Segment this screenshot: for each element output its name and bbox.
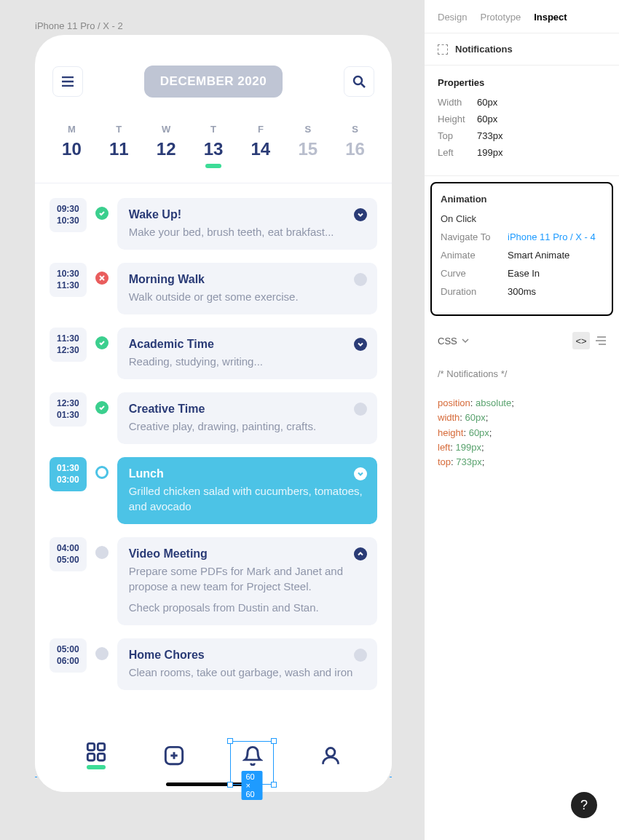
animation-row[interactable]: AnimateSmart Animate (441, 250, 603, 261)
tab-prototype[interactable]: Prototype (480, 12, 521, 23)
time-end: 01:30 (57, 410, 79, 421)
event-desc: Prepare some PDFs for Mark and Janet and… (129, 563, 366, 615)
selection-handle-ne[interactable] (271, 738, 277, 744)
tab-add[interactable] (152, 734, 196, 777)
event-card[interactable]: LunchGrilled chicken salad with cucumber… (117, 457, 377, 524)
css-value: 60px (469, 427, 489, 438)
selection-row[interactable]: Notifications (425, 33, 619, 66)
day-number: 12 (143, 139, 190, 159)
css-value: absolute (476, 397, 511, 408)
selection-box[interactable]: 60 × 60 (230, 741, 274, 785)
animation-row[interactable]: Navigate ToiPhone 11 Pro / X - 4 (441, 231, 603, 242)
property-value: 733px (477, 130, 502, 141)
css-line[interactable]: top: 733px; (438, 455, 606, 469)
list-icon[interactable] (594, 336, 606, 346)
css-code-block[interactable]: /* Notifications */ position: absolute;w… (425, 360, 619, 477)
tab-design[interactable]: Design (438, 12, 467, 23)
property-row[interactable]: Width60px (438, 97, 606, 108)
day-column[interactable]: S16 (331, 124, 379, 168)
svg-rect-8 (98, 753, 104, 760)
help-button[interactable]: ? (571, 792, 597, 818)
event-card[interactable]: Home ChoresClean rooms, take out garbage… (117, 638, 377, 690)
properties-section: Properties Width60pxHeight60pxTop733pxLe… (425, 66, 619, 176)
css-line[interactable]: width: 60px; (438, 411, 606, 425)
frame-label[interactable]: iPhone 11 Pro / X - 2 (35, 20, 123, 31)
animation-label: Animate (441, 250, 508, 261)
tab-dashboard[interactable] (74, 734, 118, 777)
day-column[interactable]: W12 (143, 124, 190, 168)
time-end: 06:00 (57, 656, 79, 667)
animation-value: Smart Animate (508, 250, 569, 261)
event-row: 11:3012:30Academic TimeReading, studying… (50, 328, 377, 379)
event-card[interactable]: Creative TimeCreative play, drawing, pai… (117, 392, 377, 444)
status-dot (95, 207, 109, 220)
time-start: 01:30 (57, 463, 79, 475)
event-card[interactable]: Morning WalkWalk outside or get some exe… (117, 263, 377, 314)
day-number: 11 (95, 139, 143, 159)
selection-name: Notifications (455, 44, 513, 55)
selection-size-badge: 60 × 60 (242, 771, 263, 800)
event-card[interactable]: Video MeetingPrepare some PDFs for Mark … (117, 537, 377, 625)
time-chip[interactable]: 11:3012:30 (50, 328, 87, 362)
animation-value[interactable]: iPhone 11 Pro / X - 4 (508, 231, 596, 242)
search-icon (352, 75, 366, 88)
animation-trigger-value: On Click (441, 213, 476, 224)
time-chip[interactable]: 05:0006:00 (50, 638, 87, 673)
day-number: 13 (190, 139, 237, 159)
css-line[interactable]: height: 60px; (438, 426, 606, 440)
time-start: 10:30 (57, 269, 79, 280)
expand-toggle[interactable] (354, 403, 367, 416)
day-column[interactable]: S15 (284, 124, 331, 168)
time-chip[interactable]: 09:3010:30 (50, 198, 87, 232)
event-card[interactable]: Wake Up!Make your bed, brush teeth, eat … (117, 198, 377, 250)
expand-toggle[interactable] (354, 467, 367, 480)
animation-row[interactable]: Duration300ms (441, 286, 603, 297)
menu-button[interactable] (52, 66, 83, 97)
event-card[interactable]: Academic TimeReading, studying, writing.… (117, 328, 377, 379)
day-column[interactable]: F14 (237, 124, 284, 168)
selection-handle-se[interactable] (271, 782, 277, 788)
day-column[interactable]: M10 (48, 124, 95, 168)
css-value: 199px (456, 442, 481, 453)
time-chip[interactable]: 12:3001:30 (50, 392, 87, 427)
animation-label: Navigate To (441, 231, 508, 242)
event-title: Morning Walk (129, 273, 366, 286)
time-chip[interactable]: 04:0005:00 (50, 537, 87, 571)
tab-profile[interactable] (309, 734, 352, 777)
phone-frame[interactable]: DECEMBER 2020 M10T11W12T13F14S15S16 09:3… (35, 35, 392, 792)
css-comment: /* Notifications */ (438, 367, 606, 381)
css-line[interactable]: position: absolute; (438, 396, 606, 411)
expand-toggle[interactable] (354, 273, 367, 286)
month-pill[interactable]: DECEMBER 2020 (144, 66, 283, 98)
time-chip[interactable]: 10:3011:30 (50, 263, 87, 297)
selection-handle-sw[interactable] (227, 782, 233, 788)
tab-inspect[interactable]: Inspect (534, 12, 567, 23)
event-title: Lunch (129, 467, 366, 480)
expand-toggle[interactable] (354, 208, 367, 221)
svg-point-3 (354, 76, 362, 84)
expand-toggle[interactable] (354, 547, 367, 560)
time-chip[interactable]: 01:3003:00 (50, 457, 87, 491)
event-row: 12:3001:30Creative TimeCreative play, dr… (50, 392, 377, 444)
selection-handle-nw[interactable] (227, 738, 233, 744)
day-column[interactable]: T13 (190, 124, 237, 168)
property-row[interactable]: Height60px (438, 114, 606, 124)
property-row[interactable]: Left199px (438, 147, 606, 158)
canvas[interactable]: iPhone 11 Pro / X - 2 DECEMBER 2020 M10T… (0, 0, 424, 840)
code-view-toggle[interactable]: <> (572, 332, 590, 349)
expand-toggle[interactable] (354, 649, 367, 662)
property-row[interactable]: Top733px (438, 130, 606, 141)
css-line[interactable]: left: 199px; (438, 440, 606, 455)
animation-row[interactable]: CurveEase In (441, 268, 603, 279)
css-lang-select[interactable]: CSS (438, 336, 469, 346)
day-column[interactable]: T11 (95, 124, 143, 168)
tab-bar (35, 719, 392, 792)
expand-toggle[interactable] (354, 338, 367, 351)
events-list[interactable]: 09:3010:30Wake Up!Make your bed, brush t… (35, 183, 392, 708)
day-letter: W (143, 124, 190, 135)
search-button[interactable] (344, 66, 374, 97)
css-prop: width (438, 412, 460, 423)
properties-heading: Properties (438, 77, 606, 88)
event-desc: Creative play, drawing, painting, crafts… (129, 419, 366, 434)
status-dot (95, 546, 109, 559)
